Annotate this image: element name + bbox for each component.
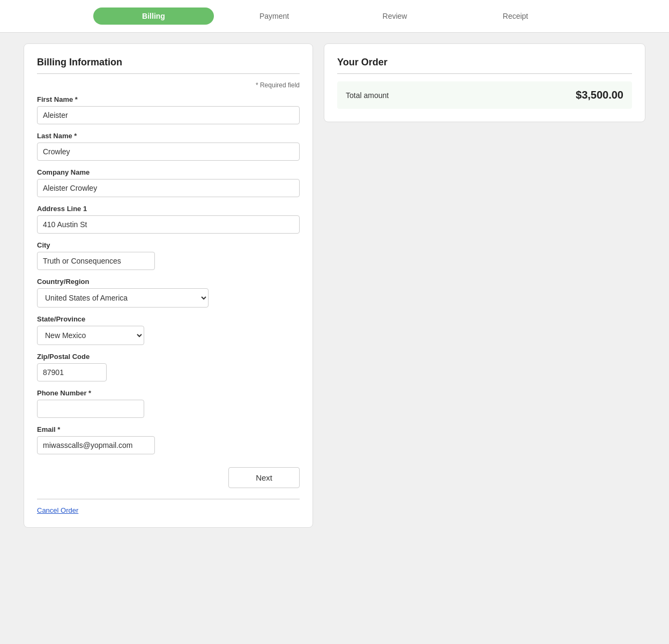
email-group: Email *	[37, 425, 300, 454]
city-group: City	[37, 241, 300, 270]
country-select[interactable]: United States of America Canada United K…	[37, 288, 209, 308]
phone-input[interactable]	[37, 400, 144, 418]
first-name-input[interactable]	[37, 106, 300, 124]
address-line1-group: Address Line 1	[37, 205, 300, 234]
first-name-group: First Name *	[37, 95, 300, 124]
company-name-input[interactable]	[37, 179, 300, 197]
main-content: Billing Information * Required field Fir…	[13, 33, 656, 538]
state-label: State/Province	[37, 315, 300, 323]
zip-label: Zip/Postal Code	[37, 353, 300, 361]
bottom-divider	[37, 499, 300, 499]
last-name-input[interactable]	[37, 143, 300, 161]
phone-group: Phone Number *	[37, 389, 300, 418]
country-label: Country/Region	[37, 278, 300, 286]
address-line1-label: Address Line 1	[37, 205, 300, 213]
billing-divider	[37, 73, 300, 74]
billing-panel: Billing Information * Required field Fir…	[24, 43, 313, 528]
order-total-row: Total amount $3,500.00	[337, 81, 632, 109]
phone-label: Phone Number *	[37, 389, 300, 397]
required-note: * Required field	[37, 81, 300, 89]
order-divider	[337, 73, 632, 74]
zip-group: Zip/Postal Code	[37, 353, 300, 381]
order-total-label: Total amount	[346, 91, 389, 100]
step-billing[interactable]: Billing	[93, 8, 214, 25]
first-name-label: First Name *	[37, 95, 300, 103]
address-line1-input[interactable]	[37, 215, 300, 234]
next-btn-row: Next	[37, 467, 300, 488]
country-group: Country/Region United States of America …	[37, 278, 300, 308]
state-select[interactable]: New Mexico California Texas New York	[37, 326, 144, 345]
order-total-amount: $3,500.00	[576, 89, 623, 101]
company-name-group: Company Name	[37, 168, 300, 197]
step-payment[interactable]: Payment	[214, 8, 334, 25]
zip-input[interactable]	[37, 363, 107, 381]
company-name-label: Company Name	[37, 168, 300, 176]
step-review[interactable]: Review	[334, 8, 455, 25]
order-panel: Your Order Total amount $3,500.00	[324, 43, 645, 122]
email-input[interactable]	[37, 436, 155, 454]
email-label: Email *	[37, 425, 300, 433]
billing-title: Billing Information	[37, 57, 300, 68]
cancel-order-link[interactable]: Cancel Order	[37, 506, 78, 514]
step-receipt[interactable]: Receipt	[455, 8, 576, 25]
order-title: Your Order	[337, 57, 632, 68]
last-name-label: Last Name *	[37, 132, 300, 140]
steps-bar: Billing Payment Review Receipt	[0, 0, 669, 33]
state-group: State/Province New Mexico California Tex…	[37, 315, 300, 345]
next-button[interactable]: Next	[228, 467, 300, 488]
city-label: City	[37, 241, 300, 249]
city-input[interactable]	[37, 252, 155, 270]
last-name-group: Last Name *	[37, 132, 300, 161]
